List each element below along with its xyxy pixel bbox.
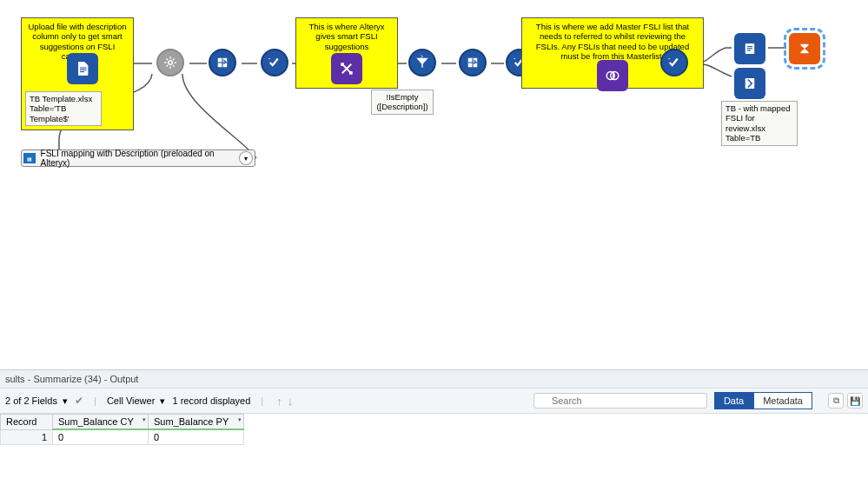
svg-point-13 <box>514 58 515 60</box>
summarize-tool[interactable] <box>789 33 820 64</box>
cell-cy: 0 <box>53 429 149 445</box>
fields-check-icon[interactable]: ✔ <box>75 395 83 407</box>
sparkle-check-icon <box>666 55 682 70</box>
results-panel: sults - Summarize (34) - Output 2 of 2 F… <box>0 369 868 485</box>
file-input-label: TB Template.xlsx Table='TB Template$' <box>25 91 102 126</box>
nav-arrows[interactable]: ↑↓ <box>274 395 295 408</box>
search-input[interactable] <box>533 393 707 409</box>
svg-rect-0 <box>80 68 87 69</box>
svg-rect-20 <box>747 50 751 51</box>
upload-comment-box[interactable]: Upload file with description column only… <box>21 17 134 130</box>
save-icon <box>742 76 758 91</box>
svg-rect-18 <box>747 46 752 47</box>
cell-rownum: 1 <box>1 429 53 445</box>
metadata-tab[interactable]: Metadata <box>753 392 812 409</box>
svg-point-3 <box>169 61 173 65</box>
output-file-label: TB - with mapped FSLI for review.xlsx Ta… <box>721 101 798 146</box>
sparkle-check-icon <box>267 55 282 70</box>
svg-point-16 <box>668 58 670 60</box>
svg-rect-1 <box>80 70 87 70</box>
svg-rect-2 <box>80 71 84 72</box>
container-icon: ▦ <box>23 153 36 163</box>
workflow-canvas[interactable]: Upload file with description column only… <box>0 0 868 356</box>
svg-rect-19 <box>747 48 752 49</box>
results-toolbar: 2 of 2 Fields ▾ ✔ | Cell Viewer ▾ 1 reco… <box>0 389 868 414</box>
select-tool-1[interactable] <box>209 49 236 76</box>
col-record[interactable]: Record <box>1 415 53 430</box>
col-sum-cy[interactable]: Sum_Balance CY▾ <box>53 415 149 430</box>
results-grid[interactable]: Record Sum_Balance CY▾ Sum_Balance PY▾ 1… <box>0 414 868 485</box>
join-tool[interactable] <box>597 60 628 91</box>
view-tabs: Data Metadata <box>714 392 812 409</box>
svg-rect-8 <box>341 63 344 66</box>
join-icon <box>605 68 620 83</box>
up-arrow-icon: ↑ <box>276 395 282 408</box>
filter-tool[interactable] <box>408 49 436 76</box>
macro-tool-1[interactable] <box>156 49 184 76</box>
svg-rect-21 <box>745 78 755 89</box>
results-title: sults - Summarize (34) - Output <box>0 370 868 389</box>
save-results-button[interactable]: 💾 <box>847 393 863 409</box>
file-icon <box>75 61 90 76</box>
browse-tool[interactable] <box>734 33 765 64</box>
copy-button[interactable]: ⧉ <box>828 393 844 409</box>
records-displayed: 1 record displayed <box>172 395 250 406</box>
sigma-icon <box>797 41 812 56</box>
svg-rect-9 <box>349 71 353 75</box>
data-tab[interactable]: Data <box>714 392 753 409</box>
down-arrow-icon: ↓ <box>288 395 294 408</box>
cross-tools-icon <box>339 61 354 76</box>
python-tool[interactable] <box>331 53 362 84</box>
container-bar[interactable]: ▦ FSLI mapping with Description (preload… <box>21 149 255 167</box>
output-data-tool[interactable] <box>734 68 765 99</box>
cell-py: 0 <box>149 429 244 445</box>
cleanse-tool-3[interactable] <box>660 49 688 76</box>
comment-text-2: This is where Alteryx gives smart FSLI s… <box>301 22 392 51</box>
filter-triangle-icon <box>414 55 430 70</box>
cleanse-tool-1[interactable] <box>261 49 288 76</box>
select-tool-2[interactable] <box>459 49 487 76</box>
cell-viewer-dropdown[interactable]: Cell Viewer ▾ <box>107 395 166 407</box>
svg-point-7 <box>268 58 270 60</box>
filter-expression-label: !IsEmpty ([Description]) <box>371 90 434 115</box>
gear-icon <box>162 55 178 70</box>
container-title: FSLI mapping with Description (preloaded… <box>41 149 240 168</box>
file-input-tool[interactable] <box>67 53 98 84</box>
container-expand-button[interactable]: ▾ <box>239 151 253 165</box>
page-icon <box>742 41 758 56</box>
fields-count[interactable]: 2 of 2 Fields ▾ <box>5 395 68 407</box>
table-icon <box>465 55 480 70</box>
col-sum-py[interactable]: Sum_Balance PY▾ <box>149 415 244 430</box>
suggestion-comment-box[interactable]: This is where Alteryx gives smart FSLI s… <box>295 17 398 89</box>
table-icon <box>215 55 230 70</box>
table-row[interactable]: 1 0 0 <box>1 429 244 445</box>
